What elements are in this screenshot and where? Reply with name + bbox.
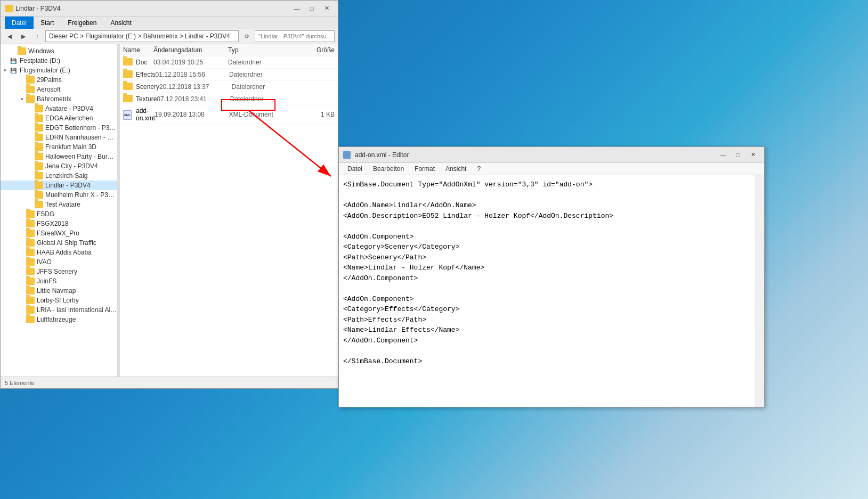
tree-item[interactable]: JFFS Scenery xyxy=(1,267,117,276)
tree-item[interactable]: Global AI Ship Traffic xyxy=(1,238,117,248)
folder-icon xyxy=(26,220,35,227)
tree-item[interactable]: EDGT Bottenhorn - P3DV4 xyxy=(1,123,117,133)
tree-item[interactable]: ▾Bahrometrix xyxy=(1,94,117,104)
tree-item[interactable]: Jena City - P3DV4 xyxy=(1,161,117,171)
tree-item-label: FSrealWX_Pro xyxy=(37,230,79,237)
tab-start[interactable]: Start xyxy=(34,17,61,29)
notepad-titlebar-left: add-on.xml - Editor xyxy=(343,151,409,159)
notepad-minimize-button[interactable]: — xyxy=(716,149,730,161)
file-row[interactable]: Texture07.12.2018 23:41Dateiordner xyxy=(120,93,338,105)
tree-item[interactable]: Aerosoft xyxy=(1,85,117,94)
folder-icon xyxy=(35,134,43,141)
tree-item[interactable]: Lindlar - P3DV4 xyxy=(1,181,117,190)
maximize-button[interactable]: □ xyxy=(305,3,319,14)
tree-item[interactable]: Little Navmap xyxy=(1,286,117,296)
tree-item[interactable]: 💾Festplatte (D:) xyxy=(1,56,117,66)
file-row[interactable]: Scenery20.12.2018 13:37Dateiordner xyxy=(120,81,338,93)
address-path-display[interactable]: Dieser PC > Flugsimulator (E:) > Bahrome… xyxy=(45,30,239,42)
folder-icon xyxy=(26,249,35,256)
tree-item[interactable]: Lenzkirch-Saig xyxy=(1,171,117,181)
tree-item[interactable]: FSDG xyxy=(1,209,117,219)
notepad-close-button[interactable]: ✕ xyxy=(746,149,760,161)
back-button[interactable]: ◀ xyxy=(4,30,15,42)
tree-item[interactable]: HAAB Addis Ababa xyxy=(1,248,117,257)
notepad-scrollbar[interactable] xyxy=(756,175,764,407)
tree-item-label: FSDG xyxy=(37,210,54,218)
file-list-header: Name Änderungsdatum Typ Größe xyxy=(120,44,338,56)
tree-item[interactable]: LRIA - Iasi International Airport xyxy=(1,305,117,315)
tree-item[interactable]: Muelheim Ruhr X - P3DV4.x xyxy=(1,190,117,200)
col-date: Änderungsdatum xyxy=(153,46,228,54)
tree-item[interactable]: EDRN Nannhausen - P3DV4 xyxy=(1,133,117,142)
file-date: 07.12.2018 23:41 xyxy=(157,95,230,103)
tree-item[interactable]: Halloween Party - Burg Frankenstein xyxy=(1,152,117,161)
explorer-title: Lindlar - P3DV4 xyxy=(15,5,61,12)
folder-icon xyxy=(26,268,35,275)
tree-item[interactable]: ▾💾Flugsimulator (E:) xyxy=(1,66,117,75)
tree-item-label: Luftfahrzeuge xyxy=(37,316,76,323)
tree-item[interactable]: Lorby-SI Lorby xyxy=(1,296,117,305)
file-type: XML-Dokument xyxy=(229,111,292,118)
tree-item[interactable]: FSrealWX_Pro xyxy=(1,228,117,238)
tree-pane: Windows 💾Festplatte (D:)▾💾Flugsimulator … xyxy=(1,44,118,377)
tree-item[interactable]: Frankfurt Main 3D xyxy=(1,142,117,152)
tree-item[interactable]: 29Palms xyxy=(1,75,117,85)
notepad-controls: — □ ✕ xyxy=(716,149,760,161)
tab-freigeben[interactable]: Freigeben xyxy=(61,17,103,29)
tree-item[interactable]: FSGX2018 xyxy=(1,219,117,228)
col-name[interactable]: Name xyxy=(123,46,153,54)
file-row[interactable]: Effects01.12.2018 15:56Dateiordner xyxy=(120,69,338,81)
folder-icon xyxy=(18,47,26,55)
menu-ansicht[interactable]: Ansicht xyxy=(440,164,472,174)
tree-item-label: Flugsimulator (E:) xyxy=(20,67,70,74)
tree-item-label: EDGT Bottenhorn - P3DV4 xyxy=(45,124,117,132)
file-type: Dateiordner xyxy=(229,71,293,78)
address-bar: ◀ ▶ ↑ Dieser PC > Flugsimulator (E:) > B… xyxy=(1,29,338,44)
forward-button[interactable]: ▶ xyxy=(18,30,29,42)
up-icon: ↑ xyxy=(36,33,39,39)
folder-icon xyxy=(26,316,35,323)
notepad-maximize-button[interactable]: □ xyxy=(731,149,745,161)
tree-item[interactable]: Avatare - P3DV4 xyxy=(1,104,117,113)
file-pane: Name Änderungsdatum Typ Größe Doc03.04.2… xyxy=(120,44,338,377)
close-button[interactable]: ✕ xyxy=(320,3,334,14)
tab-ansicht[interactable]: Ansicht xyxy=(103,17,138,29)
tab-datei[interactable]: Datei xyxy=(5,17,34,29)
tree-item-label: Muelheim Ruhr X - P3DV4.x xyxy=(45,191,117,199)
tree-item-label: EDGA Ailertchen xyxy=(45,114,93,122)
up-button[interactable]: ↑ xyxy=(31,30,43,42)
tree-item[interactable]: IVAO xyxy=(1,257,117,267)
file-folder-icon xyxy=(123,58,134,67)
menu-format[interactable]: Format xyxy=(409,164,440,174)
file-type: Dateiordner xyxy=(231,83,293,91)
tree-item-label: HAAB Addis Ababa xyxy=(37,249,92,256)
tree-item-label: Frankfurt Main 3D xyxy=(45,143,96,151)
file-row[interactable]: Doc03.04.2019 10:25Dateiordner xyxy=(120,56,338,69)
search-input[interactable] xyxy=(255,30,335,42)
tree-item[interactable]: Luftfahrzeuge xyxy=(1,315,117,324)
tree-item-label: Halloween Party - Burg Frankenstein xyxy=(45,153,117,160)
file-row[interactable]: XMLadd-on.xml19.09.2018 13:08XML-Dokumen… xyxy=(120,105,338,124)
refresh-button[interactable]: ⟳ xyxy=(241,30,253,42)
folder-icon xyxy=(35,201,43,208)
menu-bearbeiten[interactable]: Bearbeiten xyxy=(368,164,409,174)
tree-item-label: IVAO xyxy=(37,258,52,266)
tree-item-label: Little Navmap xyxy=(37,287,76,295)
notepad-text-area[interactable]: <SimBase.Document Type="AddOnXml" versio… xyxy=(339,175,756,407)
forward-icon: ▶ xyxy=(21,33,26,40)
tree-item[interactable]: Windows xyxy=(1,46,117,56)
tree-item[interactable]: Test Avatare xyxy=(1,200,117,209)
file-name: Doc xyxy=(136,59,153,66)
tree-item-label: LRIA - Iasi International Airport xyxy=(37,306,117,314)
menu-datei[interactable]: Datei xyxy=(342,164,368,174)
menu-help[interactable]: ? xyxy=(472,164,486,174)
status-text: 5 Elemente xyxy=(5,380,35,386)
folder-icon xyxy=(26,76,35,84)
minimize-button[interactable]: — xyxy=(290,3,304,14)
tree-arrow-icon: ▾ xyxy=(1,68,9,73)
tree-item[interactable]: EDGA Ailertchen xyxy=(1,113,117,123)
back-icon: ◀ xyxy=(7,33,12,40)
tree-item[interactable]: JoinFS xyxy=(1,276,117,286)
tree-item-label: Lenzkirch-Saig xyxy=(45,172,87,179)
ribbon-tabs: Datei Start Freigeben Ansicht xyxy=(1,17,338,29)
